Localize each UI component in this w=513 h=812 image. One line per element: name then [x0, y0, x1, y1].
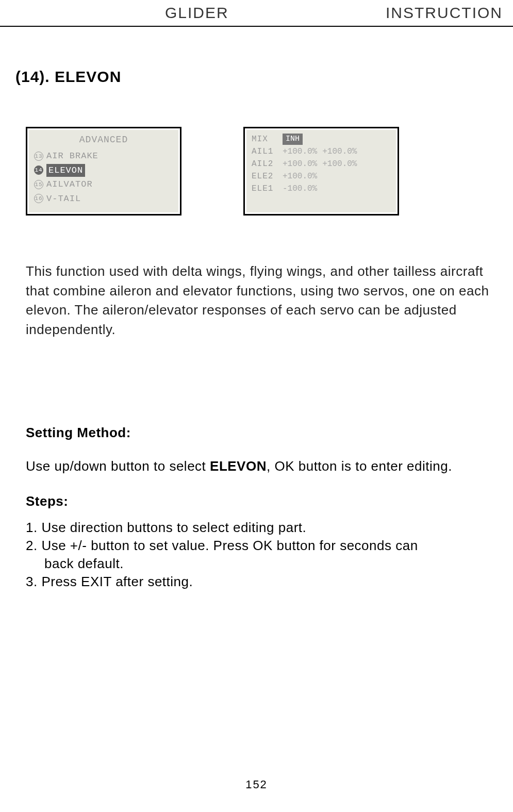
row-ele2: ELE2 +100.0%	[252, 170, 391, 183]
step-1: 1. Use direction buttons to select editi…	[26, 519, 492, 537]
row-label: ELE2	[252, 170, 277, 183]
row-label: AIL1	[252, 145, 277, 158]
intro-bold: ELEVON	[210, 458, 267, 474]
row-ail2: AIL2 +100.0% +100.0%	[252, 158, 391, 170]
mix-value: INH	[283, 134, 303, 145]
row-v1: +100.0%	[283, 158, 317, 170]
menu-label: V-TAIL	[46, 192, 81, 206]
page-number: 152	[0, 778, 513, 791]
description-paragraph: This function used with delta wings, fly…	[26, 262, 492, 340]
mix-label: MIX	[252, 133, 277, 145]
step-2a: 2. Use +/- button to set value. Press OK…	[26, 537, 492, 555]
page-header: GLIDER INSTRUCTION	[0, 0, 513, 27]
step-3: 3. Press EXIT after setting.	[26, 573, 492, 591]
row-v1: +100.0%	[283, 145, 317, 158]
intro-pre: Use up/down button to select	[26, 458, 210, 474]
menu-label: AIR BRAKE	[46, 150, 98, 163]
step-2b: back default.	[44, 555, 492, 573]
menu-item-vtail: 16 V-TAIL	[34, 192, 173, 206]
row-label: ELE1	[252, 183, 277, 195]
row-v2: +100.0%	[322, 145, 357, 158]
lcd-menu-title: ADVANCED	[34, 133, 173, 147]
menu-num-16: 16	[34, 194, 43, 203]
lcd-menu-inner: ADVANCED 13 AIR BRAKE 14 ELEVON 15 AILVA…	[29, 130, 178, 212]
row-ele1: ELE1 -100.0%	[252, 183, 391, 195]
setting-method-section: Setting Method: Use up/down button to se…	[26, 422, 492, 591]
menu-label: AILVATOR	[46, 178, 93, 191]
menu-item-elevon: 14 ELEVON	[34, 163, 173, 178]
menu-item-air-brake: 13 AIR BRAKE	[34, 149, 173, 163]
row-label: AIL2	[252, 158, 277, 170]
mix-row: MIX INH	[252, 133, 391, 145]
menu-num-14: 14	[34, 165, 43, 175]
row-v1: +100.0%	[283, 170, 317, 183]
menu-num-15: 15	[34, 180, 43, 189]
steps-heading: Steps:	[26, 491, 492, 512]
setting-method-heading: Setting Method:	[26, 422, 492, 444]
lcd-screen-menu: ADVANCED 13 AIR BRAKE 14 ELEVON 15 AILVA…	[26, 127, 181, 216]
row-ail1: AIL1 +100.0% +100.0%	[252, 145, 391, 158]
section-title: (14). ELEVON	[15, 68, 513, 86]
menu-label-selected: ELEVON	[46, 164, 85, 177]
menu-num-13: 13	[34, 152, 43, 161]
lcd-screens-row: ADVANCED 13 AIR BRAKE 14 ELEVON 15 AILVA…	[26, 127, 513, 216]
menu-item-ailvator: 15 AILVATOR	[34, 177, 173, 192]
intro-post: , OK button is to enter editing.	[267, 458, 452, 474]
lcd-values-inner: MIX INH AIL1 +100.0% +100.0% AIL2 +100.0…	[246, 130, 396, 212]
setting-intro: Use up/down button to select ELEVON, OK …	[26, 456, 492, 477]
header-category: GLIDER	[165, 4, 229, 22]
row-v2: +100.0%	[322, 158, 357, 170]
row-v1: -100.0%	[283, 183, 317, 195]
lcd-screen-values: MIX INH AIL1 +100.0% +100.0% AIL2 +100.0…	[243, 127, 399, 216]
header-type: INSTRUCTION	[386, 4, 503, 22]
